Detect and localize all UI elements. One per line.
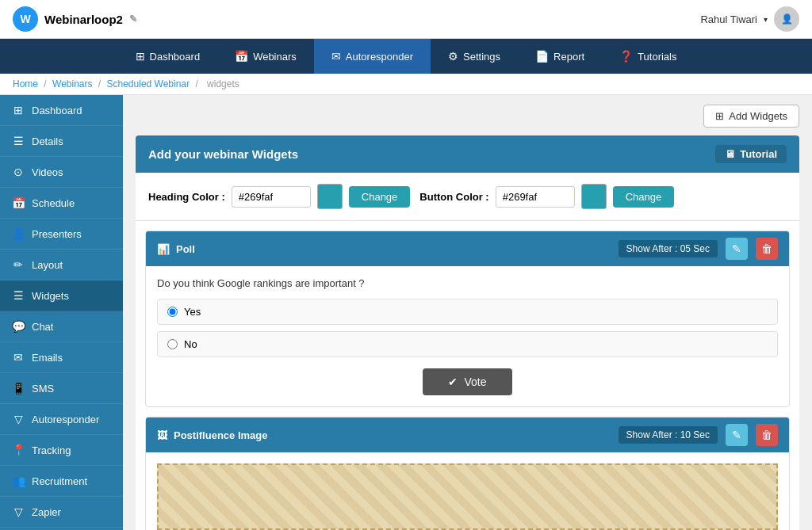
breadcrumb-current: widgets [207,78,239,90]
settings-nav-icon: ⚙ [448,50,458,63]
vote-button[interactable]: ✔ Vote [423,368,511,395]
sidebar-label-widgets: Widgets [32,290,69,302]
nav-label-webinars: Webinars [253,51,297,63]
nav-label-autoresponder: Autoresponder [346,51,413,63]
button-color-group: Button Color : Change [419,184,674,209]
logo-icon: W [13,6,38,32]
poll-edit-button[interactable]: ✎ [726,238,748,260]
sidebar-label-details: Details [32,135,63,147]
postifluence-edit-button[interactable]: ✎ [726,424,748,446]
sidebar-item-autoresponder[interactable]: ▽ Autoresponder [0,404,123,435]
sidebar-item-presenters[interactable]: 👤 Presenters [0,219,123,250]
sidebar-item-tracking[interactable]: 📍 Tracking [0,435,123,466]
sms-sidebar-icon: 📱 [11,382,25,395]
poll-show-after: Show After : 05 Sec [619,240,718,257]
nav-bar: ⊞ Dashboard 📅 Webinars ✉ Autoresponder ⚙… [0,39,812,74]
username: Rahul Tiwari [700,13,757,25]
dashboard-nav-icon: ⊞ [136,50,145,63]
postifluence-title-group: 🖼 Postifluence Image [157,429,267,441]
sidebar-item-sms[interactable]: 📱 SMS [0,373,123,404]
tutorial-button[interactable]: 🖥 Tutorial [715,145,787,163]
nav-item-settings[interactable]: ⚙ Settings [431,39,518,74]
widgets-sidebar-icon: ☰ [11,289,25,302]
poll-option-no-label: No [184,338,197,350]
poll-title: Poll [176,243,195,255]
vote-btn-row: ✔ Vote [157,368,778,395]
tutorial-icon: 🖥 [725,148,735,160]
breadcrumb-sep-3: / [195,78,201,90]
sidebar-item-layout[interactable]: ✏ Layout [0,250,123,280]
postifluence-show-after: Show After : 10 Sec [619,426,718,444]
nav-item-dashboard[interactable]: ⊞ Dashboard [118,39,218,74]
sidebar-item-videos[interactable]: ⊙ Videos [0,157,123,188]
nav-item-autoresponder[interactable]: ✉ Autoresponder [314,39,431,74]
avatar: 👤 [774,6,799,32]
poll-widget: 📊 Poll Show After : 05 Sec ✎ 🗑 Do you th… [145,231,790,407]
poll-delete-button[interactable]: 🗑 [756,238,778,260]
breadcrumb: Home / Webinars / Scheduled Webinar / wi… [0,74,812,95]
heading-color-group: Heading Color : Change [148,184,410,209]
button-color-swatch[interactable] [581,184,607,209]
nav-label-dashboard: Dashboard [150,51,201,63]
content-top-bar: ⊞ Add Widgets [136,105,799,128]
image-preview [157,463,778,530]
app-name: Webinarloop2 [44,13,123,26]
nav-item-tutorials[interactable]: ❓ Tutorials [602,39,694,74]
poll-radio-no[interactable] [167,339,178,349]
sidebar-item-chat[interactable]: 💬 Chat [0,311,123,342]
chat-sidebar-icon: 💬 [11,320,25,333]
dashboard-sidebar-icon: ⊞ [11,104,25,116]
sidebar-item-emails[interactable]: ✉ Emails [0,342,123,373]
poll-widget-header: 📊 Poll Show After : 05 Sec ✎ 🗑 [146,231,789,266]
heading-change-button[interactable]: Change [349,186,411,208]
poll-widget-controls: Show After : 05 Sec ✎ 🗑 [619,238,778,260]
poll-body: Do you think Google rankings are importa… [146,266,789,406]
add-widgets-icon: ⊞ [715,110,724,122]
breadcrumb-webinars[interactable]: Webinars [52,78,92,90]
nav-item-report[interactable]: 📄 Report [518,39,602,74]
sidebar-label-layout: Layout [32,259,63,271]
poll-radio-yes[interactable] [167,307,178,317]
sidebar-label-dashboard: Dashboard [32,105,82,116]
breadcrumb-sep-2: / [98,78,104,90]
button-color-input[interactable] [496,186,575,208]
webinars-nav-icon: 📅 [235,50,248,63]
sidebar-label-emails: Emails [32,352,63,364]
sidebar-item-widgets[interactable]: ☰ Widgets [0,280,123,311]
nav-item-webinars[interactable]: 📅 Webinars [217,39,314,74]
add-widgets-button[interactable]: ⊞ Add Widgets [703,105,799,128]
poll-icon: 📊 [157,243,170,255]
sidebar-item-zapier[interactable]: ▽ Zapier [0,497,123,528]
logo: W Webinarloop2 ✎ [13,6,137,32]
button-color-label: Button Color : [419,191,488,203]
sidebar-item-recruitment[interactable]: 👥 Recruitment [0,466,123,497]
content-area: ⊞ Add Widgets Add your webinar Widgets 🖥… [123,95,812,530]
sidebar-label-videos: Videos [32,166,63,178]
postifluence-delete-button[interactable]: 🗑 [756,424,778,446]
postifluence-body [146,452,789,530]
postifluence-icon: 🖼 [157,429,167,441]
layout-sidebar-icon: ✏ [11,258,25,271]
add-widgets-label: Add Widgets [729,110,787,122]
poll-widget-title-group: 📊 Poll [157,243,195,255]
emails-sidebar-icon: ✉ [11,351,25,364]
postifluence-controls: Show After : 10 Sec ✎ 🗑 [619,424,778,446]
postifluence-header: 🖼 Postifluence Image Show After : 10 Sec… [146,418,789,452]
user-menu[interactable]: Rahul Tiwari ▾ 👤 [700,6,799,32]
sidebar-item-details[interactable]: ☰ Details [0,126,123,157]
color-row: Heading Color : Change Button Color : Ch… [136,173,799,221]
breadcrumb-scheduled[interactable]: Scheduled Webinar [107,78,190,90]
sidebar-item-dashboard[interactable]: ⊞ Dashboard [0,95,123,126]
sidebar-label-zapier: Zapier [32,506,61,518]
widget-panel-header: Add your webinar Widgets 🖥 Tutorial [136,135,799,173]
heading-color-swatch[interactable] [317,184,343,209]
breadcrumb-home[interactable]: Home [13,78,38,90]
button-change-button[interactable]: Change [613,186,675,208]
sidebar-item-schedule[interactable]: 📅 Schedule [0,188,123,219]
panel-title: Add your webinar Widgets [148,147,298,161]
nav-label-tutorials: Tutorials [638,51,676,63]
postifluence-widget: 🖼 Postifluence Image Show After : 10 Sec… [145,417,790,530]
widget-list: 📊 Poll Show After : 05 Sec ✎ 🗑 Do you th… [136,231,799,530]
heading-color-input[interactable] [232,186,311,208]
details-sidebar-icon: ☰ [11,135,25,147]
